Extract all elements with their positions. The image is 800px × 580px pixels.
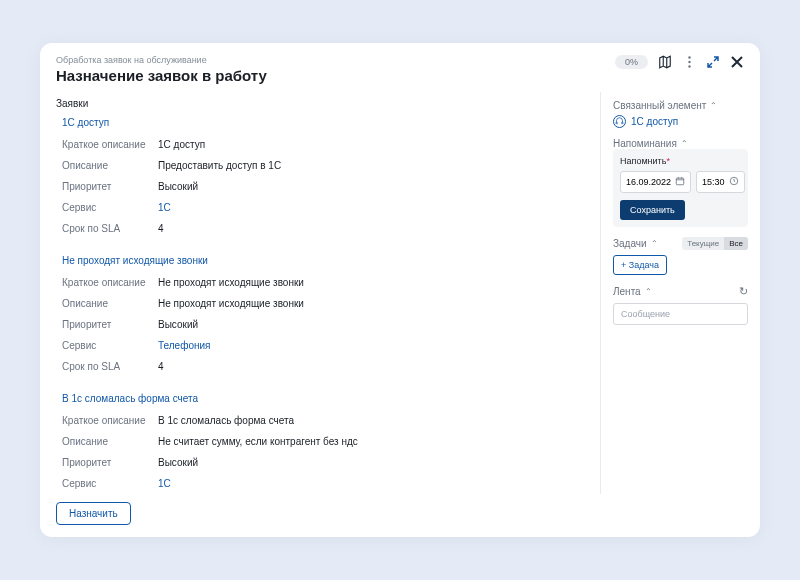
time-input[interactable]: 15:30 xyxy=(696,171,745,193)
feed-header[interactable]: Лента ⌃ xyxy=(613,286,652,297)
svg-point-0 xyxy=(688,56,690,58)
refresh-icon[interactable]: ↻ xyxy=(739,285,748,298)
svg-point-2 xyxy=(688,65,690,67)
field-value: В 1с сломалась форма счета xyxy=(158,415,584,426)
close-icon[interactable] xyxy=(730,55,744,69)
ticket-title[interactable]: Не проходят исходящие звонки xyxy=(62,255,584,266)
linked-text: 1С доступ xyxy=(631,116,678,127)
linked-label: Связанный элемент xyxy=(613,100,706,111)
field-label: Срок по SLA xyxy=(62,361,158,372)
chevron-up-icon: ⌃ xyxy=(651,239,658,248)
linked-section: Связанный элемент ⌃ 1С доступ xyxy=(613,100,748,128)
section-label: Заявки xyxy=(56,98,584,109)
field-value: Не считает сумму, если контрагент без нд… xyxy=(158,436,584,447)
field-value: 1С доступ xyxy=(158,139,584,150)
field-label: Описание xyxy=(62,436,158,447)
sidebar: Связанный элемент ⌃ 1С доступ Напоминани… xyxy=(600,92,760,494)
reminder-form: Напомнить* 16.09.2022 15:30 xyxy=(613,149,748,227)
calendar-icon xyxy=(675,176,685,188)
field-label: Сервис xyxy=(62,202,158,213)
ticket-title[interactable]: 1С доступ xyxy=(62,117,584,128)
more-icon[interactable] xyxy=(682,55,696,69)
service-link[interactable]: 1С xyxy=(158,478,584,489)
field-value: 4 xyxy=(158,223,584,234)
seg-current[interactable]: Текущие xyxy=(682,237,724,250)
field-label: Приоритет xyxy=(62,457,158,468)
field-label: Сервис xyxy=(62,340,158,351)
field-label: Краткое описание xyxy=(62,277,158,288)
clock-icon xyxy=(729,176,739,188)
field-label: Сервис xyxy=(62,478,158,489)
save-button[interactable]: Сохранить xyxy=(620,200,685,220)
field-value: Предоставить доступ в 1С xyxy=(158,160,584,171)
field-label: Приоритет xyxy=(62,181,158,192)
reminders-header[interactable]: Напоминания ⌃ xyxy=(613,138,748,149)
message-input[interactable]: Сообщение xyxy=(613,303,748,325)
field-label: Описание xyxy=(62,160,158,171)
headset-icon xyxy=(613,115,626,128)
field-label: Срок по SLA xyxy=(62,223,158,234)
progress-badge: 0% xyxy=(615,55,648,69)
field-label: Приоритет xyxy=(62,319,158,330)
date-value: 16.09.2022 xyxy=(626,177,671,187)
page-title: Назначение заявок в работу xyxy=(56,67,615,84)
tasks-header[interactable]: Задачи ⌃ xyxy=(613,238,658,249)
chevron-up-icon: ⌃ xyxy=(681,139,688,148)
tasks-segment: Текущие Все xyxy=(682,237,748,250)
linked-item[interactable]: 1С доступ xyxy=(613,115,748,128)
field-value: Не проходят исходящие звонки xyxy=(158,277,584,288)
tasks-label: Задачи xyxy=(613,238,647,249)
date-input[interactable]: 16.09.2022 xyxy=(620,171,691,193)
seg-all[interactable]: Все xyxy=(724,237,748,250)
body: Заявки 1С доступ Краткое описание1С дост… xyxy=(40,92,760,494)
svg-point-1 xyxy=(688,61,690,63)
tasks-section: Задачи ⌃ Текущие Все + Задача xyxy=(613,237,748,275)
time-value: 15:30 xyxy=(702,177,725,187)
add-task-button[interactable]: + Задача xyxy=(613,255,667,275)
linked-header[interactable]: Связанный элемент ⌃ xyxy=(613,100,748,111)
remind-label: Напомнить* xyxy=(620,156,741,166)
field-value: 4 xyxy=(158,361,584,372)
field-label: Краткое описание xyxy=(62,139,158,150)
breadcrumb[interactable]: Обработка заявок на обслуживание xyxy=(56,55,615,65)
field-label: Краткое описание xyxy=(62,415,158,426)
main-panel: Заявки 1С доступ Краткое описание1С дост… xyxy=(40,92,600,494)
field-value: Не проходят исходящие звонки xyxy=(158,298,584,309)
field-label: Описание xyxy=(62,298,158,309)
reminders-section: Напоминания ⌃ Напомнить* 16.09.2022 1 xyxy=(613,138,748,227)
feed-label: Лента xyxy=(613,286,641,297)
header: Обработка заявок на обслуживание Назначе… xyxy=(40,43,760,92)
footer: Назначить xyxy=(40,494,760,537)
map-icon[interactable] xyxy=(658,55,672,69)
field-value: Высокий xyxy=(158,457,584,468)
expand-icon[interactable] xyxy=(706,55,720,69)
modal: Обработка заявок на обслуживание Назначе… xyxy=(40,43,760,537)
field-value: Высокий xyxy=(158,181,584,192)
service-link[interactable]: Телефония xyxy=(158,340,584,351)
reminders-label: Напоминания xyxy=(613,138,677,149)
svg-rect-3 xyxy=(676,178,684,185)
assign-button[interactable]: Назначить xyxy=(56,502,131,525)
ticket-title[interactable]: В 1с сломалась форма счета xyxy=(62,393,584,404)
service-link[interactable]: 1С xyxy=(158,202,584,213)
feed-section: Лента ⌃ ↻ Сообщение xyxy=(613,285,748,325)
chevron-up-icon: ⌃ xyxy=(645,287,652,296)
field-value: Высокий xyxy=(158,319,584,330)
chevron-up-icon: ⌃ xyxy=(710,101,717,110)
